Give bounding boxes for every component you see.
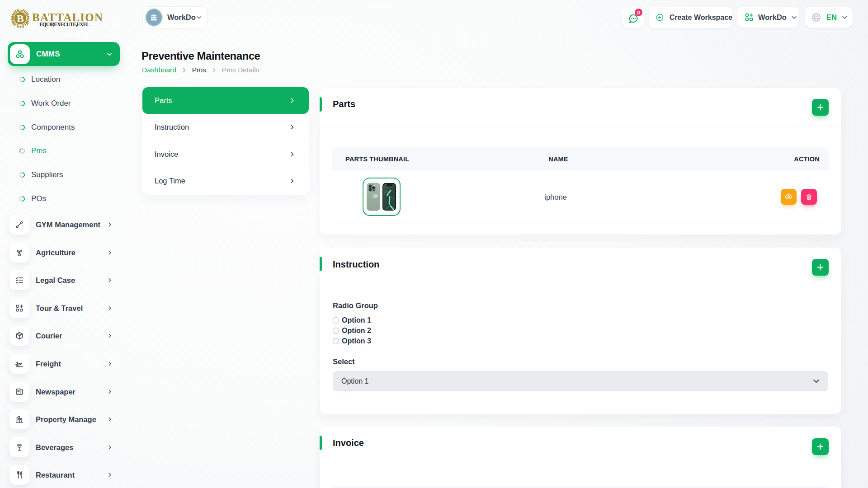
svg-text:EQUIP,EXECUTE,EXEL: EQUIP,EXECUTE,EXEL <box>39 22 90 27</box>
svg-text:B: B <box>17 13 24 24</box>
